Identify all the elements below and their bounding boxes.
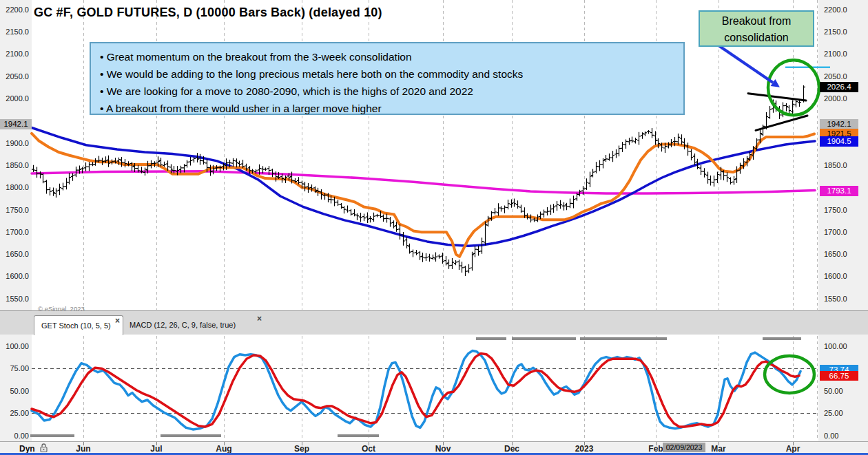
breakout-callout-line2: consolidation bbox=[700, 30, 813, 46]
price-axis-label: 1550.0 bbox=[1, 295, 29, 304]
tab-macd-label: MACD (12, 26, C, 9, false, true) bbox=[130, 321, 236, 329]
price-axis-label: 1750.0 bbox=[824, 206, 847, 215]
crosshair-date-badge: 02/09/2023 bbox=[663, 443, 705, 452]
analyst-notes-box: • Great momentum on the breakout from th… bbox=[90, 42, 685, 115]
price-axis-label: 1650.0 bbox=[824, 250, 847, 259]
price-axis-label: 2000.0 bbox=[824, 94, 847, 103]
month-label: Sep bbox=[294, 444, 309, 454]
month-label: Oct bbox=[362, 444, 375, 454]
price-axis-label: 2100.0 bbox=[824, 50, 847, 59]
breakout-callout-line1: Breakout from bbox=[700, 13, 813, 30]
month-label: Aug bbox=[216, 444, 231, 454]
stoch-axis-label: 0.00 bbox=[1, 432, 29, 441]
price-axis-label: 2100.0 bbox=[1, 50, 29, 59]
price-axis-label: 2200.0 bbox=[824, 6, 847, 14]
price-axis-label: 1850.0 bbox=[1, 161, 29, 170]
note-bullet: • A breakout from there would usher in a… bbox=[91, 100, 683, 117]
price-axis-label: 2050.0 bbox=[1, 72, 29, 81]
price-badge: 1904.5 bbox=[820, 136, 858, 147]
price-axis-label: 1800.0 bbox=[1, 183, 29, 192]
price-axis-label: 1700.0 bbox=[824, 228, 847, 237]
time-axis: Dyn JunJulAugSepOctNovDec2023FebMarApr 0… bbox=[0, 441, 868, 453]
price-badge: 1793.1 bbox=[820, 186, 858, 196]
stoch-axis-label: 75.00 bbox=[1, 364, 29, 373]
price-axis-label: 2150.0 bbox=[1, 28, 29, 36]
breakout-callout-box: Breakout from consolidation bbox=[699, 10, 814, 47]
price-axis-label: 1600.0 bbox=[1, 272, 29, 281]
stoch-axis-label: 50.00 bbox=[1, 387, 29, 396]
stoch-axis-label: 25.00 bbox=[824, 409, 843, 418]
stoch-axis-label: 25.00 bbox=[1, 409, 29, 418]
stoch-axis-label: 100.00 bbox=[824, 342, 847, 351]
month-label: Mar bbox=[711, 444, 725, 454]
note-bullet: • We would be adding to the long preciou… bbox=[91, 65, 683, 83]
price-axis-label: 1900.0 bbox=[1, 139, 29, 148]
close-icon[interactable]: × bbox=[257, 314, 262, 324]
tab-get-stoch-label: GET Stoch (10, 5, 5) bbox=[41, 321, 111, 330]
month-label: Jun bbox=[76, 444, 90, 454]
price-axis-label: 1700.0 bbox=[1, 228, 29, 237]
month-label: Apr bbox=[786, 444, 800, 454]
lock-icon[interactable] bbox=[39, 443, 48, 453]
price-badge: 1942.1 bbox=[0, 119, 32, 129]
stoch-axis-label: 50.00 bbox=[824, 387, 843, 396]
indicator-tab-strip: GET Stoch (10, 5, 5) × MACD (12, 26, C, … bbox=[0, 310, 868, 335]
month-label: 2023 bbox=[575, 444, 594, 454]
price-axis-label: 2200.0 bbox=[1, 6, 29, 14]
price-badge: 2026.4 bbox=[820, 82, 858, 92]
stoch-badge: 66.75 bbox=[820, 371, 858, 381]
esignal-chart-window: GC #F, GOLD FUTURES, D (10000 Bars Back)… bbox=[0, 0, 868, 455]
month-label: Jul bbox=[150, 444, 162, 454]
month-label: Dec bbox=[504, 444, 519, 454]
month-label: Nov bbox=[435, 444, 451, 454]
dyn-session-toggle[interactable]: Dyn bbox=[19, 444, 35, 454]
stoch-axis-label: 100.00 bbox=[1, 342, 29, 351]
note-bullet: • Great momentum on the breakout from th… bbox=[91, 48, 683, 65]
close-icon[interactable]: × bbox=[115, 316, 120, 326]
price-axis-label: 1850.0 bbox=[824, 161, 847, 170]
price-axis-label: 1600.0 bbox=[824, 272, 847, 281]
stoch-axis-label: 0.00 bbox=[824, 432, 838, 441]
tab-get-stoch[interactable]: GET Stoch (10, 5, 5) × bbox=[34, 315, 123, 335]
price-axis-label: 1550.0 bbox=[824, 295, 847, 304]
price-axis-label: 2000.0 bbox=[1, 94, 29, 103]
price-axis-label: 1650.0 bbox=[1, 250, 29, 259]
chart-title: GC #F, GOLD FUTURES, D (10000 Bars Back)… bbox=[34, 6, 382, 20]
price-axis-label: 2050.0 bbox=[824, 72, 847, 81]
price-axis-label: 1750.0 bbox=[1, 206, 29, 215]
tab-macd[interactable]: MACD (12, 26, C, 9, false, true) × bbox=[125, 315, 256, 335]
month-label: Feb bbox=[648, 444, 663, 454]
price-axis-label: 2150.0 bbox=[824, 28, 847, 36]
note-bullet: • We are looking for a move to 2080-2090… bbox=[91, 83, 683, 100]
